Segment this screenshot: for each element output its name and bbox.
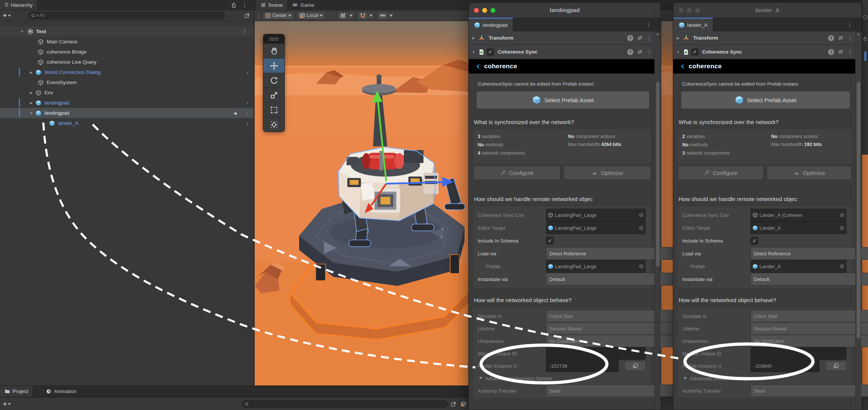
increment-snap-toggle[interactable] [377,12,394,20]
scrollbar-thumb[interactable] [857,82,860,338]
zoom-icon[interactable] [695,8,700,13]
hierarchy-search[interactable]: ▾ [28,12,225,19]
lifetime-dropdown[interactable]: Session Based [750,322,868,335]
component-menu-icon[interactable]: ⋮ [646,35,652,41]
item-coherence-live-query[interactable]: coherence Live Query [0,57,254,67]
tab-lander-a[interactable]: lander_A [673,18,713,31]
scale-tool-button[interactable] [263,88,284,102]
lock-icon[interactable] [231,2,237,8]
component-menu-icon[interactable]: ⋮ [847,35,853,41]
scene-row-test[interactable]: ▼ Test ⋮ [0,26,254,37]
project-search[interactable] [242,400,448,408]
authority-transfer-dropdown[interactable]: Steal [750,384,868,397]
tab-scene[interactable]: Scene [256,0,287,10]
uniqueness-dropdown[interactable]: No Duplicates [750,335,868,347]
sync-config-object-field[interactable]: LandingPad_Large [546,209,646,221]
load-via-dropdown[interactable]: Direct Reference [750,247,868,260]
item-landingpad-1[interactable]: ▶ landingpad › [0,98,254,108]
presets-icon[interactable] [838,35,844,41]
select-prefab-asset-button[interactable]: Select Prefab Asset [476,91,649,109]
create-asset-button[interactable]: + [3,400,11,408]
advanced-uniqueness-foldout[interactable]: ▶ Advanced Uniqueness Options [680,372,850,384]
object-picker-icon[interactable] [839,264,845,269]
prefab-instance-uid-input[interactable]: -102736 [546,359,619,372]
inspector-scrollbar[interactable]: ▲ [855,31,861,409]
component-menu-icon[interactable]: ⋮ [847,49,853,55]
regenerate-uid-button[interactable] [825,361,847,371]
sync-config-object-field[interactable]: Lander_A (Coheren [750,209,847,221]
instantiate-via-dropdown[interactable]: Default [750,273,868,286]
component-enabled-checkbox[interactable]: ✓ [487,48,494,55]
component-menu-icon[interactable]: ⋮ [646,49,652,55]
pop-out-search-icon[interactable] [244,12,250,18]
item-world-connection-dialog[interactable]: ▶ World Connection Dialog › [0,67,254,77]
optimize-button[interactable]: Optimize [564,166,651,180]
presets-icon[interactable] [637,49,643,55]
orientation-dropdown[interactable]: Local [297,12,326,20]
tab-landingpad[interactable]: landingpad [469,18,513,31]
tab-animation[interactable]: Animation [41,386,81,397]
component-enabled-checkbox[interactable]: ✓ [691,48,698,55]
manual-unique-id-input[interactable] [546,347,646,359]
chevron-right-icon[interactable]: › [246,120,248,126]
pivot-mode-dropdown[interactable]: Center [263,12,294,20]
minimize-icon[interactable] [482,8,487,13]
rect-tool-button[interactable] [263,102,284,117]
object-picker-icon[interactable] [639,212,644,218]
item-lander-a[interactable]: lander_A › [0,118,254,128]
presets-icon[interactable] [838,49,844,55]
regenerate-uid-button[interactable] [625,361,646,371]
item-eventsystem[interactable]: EventSystem [0,77,254,88]
snap-toggle[interactable] [358,12,374,20]
item-landingpad-2-selected[interactable]: ▼ landingpad › [0,108,254,118]
help-icon[interactable]: ? [627,49,633,55]
pop-out-search-icon[interactable] [451,401,456,407]
item-env[interactable]: ▶ Env [0,88,254,98]
inspector-scrollbar[interactable]: ▲ [654,31,660,409]
project-search-input[interactable] [251,401,445,407]
help-icon[interactable]: ? [828,49,834,55]
window-titlebar[interactable]: lander_A [673,3,862,18]
snap-options-dropdown[interactable] [368,12,374,20]
simulate-in-dropdown[interactable]: Client Side [750,310,868,322]
help-icon[interactable]: ? [828,35,834,41]
configure-button[interactable]: Configure [473,166,561,180]
select-prefab-asset-button[interactable]: Select Prefab Asset [681,91,850,109]
optimize-button[interactable]: Optimize [767,166,852,180]
presets-icon[interactable] [637,35,643,41]
manual-unique-id-input[interactable] [750,347,847,359]
transform-component-header[interactable]: ▶ Transform ? ⋮ [673,31,855,45]
hidden-packages-icon[interactable] [460,401,466,407]
coherence-sync-component-header[interactable]: ▼ ✓ Coherence Sync ? ⋮ [469,45,654,59]
scrollbar-thumb[interactable] [656,82,660,267]
tab-menu-icon[interactable]: ⋮ [847,21,853,27]
close-icon[interactable] [679,8,683,13]
view-tool-button[interactable] [263,43,284,58]
hierarchy-menu-icon[interactable]: ⋮ [242,2,248,8]
chevron-right-icon[interactable]: › [246,110,248,116]
help-icon[interactable]: ? [627,35,633,41]
editor-target-object-field[interactable]: LandingPad_Large [546,221,646,234]
item-main-camera[interactable]: Main Camera [0,37,254,47]
advanced-uniqueness-foldout[interactable]: ▶ Advanced Uniqueness Options [475,372,649,384]
move-tool-button[interactable] [263,58,284,73]
close-icon[interactable] [474,8,479,13]
tab-hierarchy[interactable]: ☰ Hierarchy [0,0,38,10]
minimize-icon[interactable] [687,8,692,13]
include-in-schema-checkbox[interactable]: ✓ [750,237,758,245]
palette-drag-handle[interactable] [263,34,284,43]
prefab-object-field[interactable]: LandingPad_Large [546,260,646,273]
create-object-button[interactable]: + [3,12,11,19]
scene-menu-icon[interactable]: ⋮ [242,29,248,34]
object-picker-icon[interactable] [839,225,845,230]
object-picker-icon[interactable] [639,264,644,269]
prefab-object-field[interactable]: Lander_A [750,260,847,273]
include-in-schema-checkbox[interactable]: ✓ [546,237,554,245]
window-titlebar[interactable]: landingpad [469,3,661,18]
tab-menu-icon[interactable]: ⋮ [646,21,652,27]
hierarchy-search-input[interactable] [39,13,222,18]
transform-component-header[interactable]: ▶ Transform ? ⋮ [469,31,654,45]
object-picker-icon[interactable] [839,212,845,218]
scrollbar-thumb[interactable] [864,51,866,61]
zoom-icon[interactable] [491,8,495,13]
